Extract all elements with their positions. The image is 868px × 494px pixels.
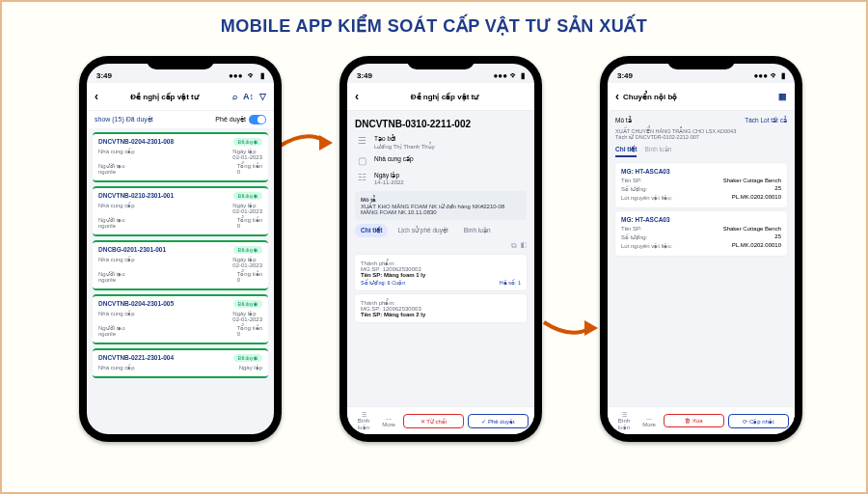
- more-icon[interactable]: ⋯More: [638, 415, 660, 427]
- phone-detail: 3:49 ●●●ᯤ▮ ‹ Đề nghị cấp vật tư DNCVTNB-…: [339, 56, 542, 442]
- status-icons: ●●● ᯤ ▮: [226, 71, 264, 80]
- approve-toggle[interactable]: Phê duyệt: [215, 115, 266, 124]
- creator-row: ☰ Tạo bởiLương Thị Thanh Thủy: [355, 135, 527, 150]
- supplier-icon: ▢: [355, 155, 368, 166]
- phone-list: 3:49 ●●● ᯤ ▮ ‹ Đề nghị cấp vật tư ⌕ A↕ ▽…: [79, 56, 282, 442]
- approve-button[interactable]: ✓ Phê duyệt: [468, 414, 529, 428]
- split-lot-link[interactable]: Tách Lot tất cả: [745, 117, 787, 124]
- show-label[interactable]: show (15) Đã duyệt: [95, 116, 153, 124]
- list-item[interactable]: DNCVTNB-0221-2301-004Đã duyệt Nhà cung c…: [93, 348, 268, 378]
- supplier-row: ▢ Nhà cung cấp: [355, 155, 527, 166]
- phone-transfer: 3:49 ●●●ᯤ▮ ‹ Chuyển nội bộ ▦ Mô tảTách L…: [600, 56, 802, 442]
- screen-title: Chuyển nội bộ: [623, 93, 773, 101]
- date-row: ☷ Ngày lập14-11-2022: [355, 172, 527, 185]
- battery-icon: ▮: [260, 71, 264, 80]
- bottom-bar: ☰Bình luận ⋯More ✕ Từ chối ✓ Phê duyệt: [347, 406, 534, 434]
- tab-history[interactable]: Lịch sử phê duyệt: [392, 224, 453, 237]
- back-icon[interactable]: ‹: [95, 90, 98, 103]
- screen-title: Đề nghị cấp vật tư: [363, 93, 527, 101]
- list-item[interactable]: DNCVTNB-0204-2301-008Đã duyệt Nhà cung c…: [93, 132, 268, 182]
- topbar: ‹ Đề nghị cấp vật tư ⌕ A↕ ▽: [87, 83, 274, 111]
- copy-all-icon[interactable]: ⧉: [511, 241, 517, 250]
- tab-comment[interactable]: Bình luận: [458, 224, 497, 237]
- battery-icon: ▮: [521, 71, 525, 80]
- battery-icon: ▮: [781, 71, 785, 80]
- update-button[interactable]: ⟳ Cập nhật: [728, 414, 789, 428]
- back-icon[interactable]: ‹: [615, 90, 619, 103]
- signal-icon: ●●●: [754, 71, 769, 80]
- tab-comment[interactable]: Bình luận: [644, 146, 671, 157]
- comment-icon[interactable]: ☰Bình luận: [353, 411, 374, 430]
- filter-row: show (15) Đã duyệt Phê duyệt: [87, 111, 274, 128]
- signal-icon: ●●●: [494, 71, 508, 80]
- calendar-icon: ☷: [355, 172, 368, 182]
- description-box: Mô tả XUẤT KHO MÀNG FOAM NK từ đơn hàng …: [355, 191, 527, 220]
- wifi-icon: ᯤ: [248, 71, 256, 80]
- request-code: DNCVTNB-0310-2211-002: [355, 119, 527, 129]
- detail-tabs: Chi tiết Lịch sử phê duyệt Bình luận: [355, 224, 527, 237]
- desc-label: Mô tả: [615, 117, 632, 124]
- back-icon[interactable]: ‹: [355, 90, 359, 103]
- reject-button[interactable]: ✕ Từ chối: [403, 414, 464, 428]
- wifi-icon: ᯤ: [771, 71, 778, 80]
- signal-icon: ●●●: [229, 71, 243, 80]
- delete-button[interactable]: 🗑 Xóa: [664, 414, 724, 427]
- desc-text: XUẤT CHUYỂN HÀNG TRẮNG CHO LSX AD0043Tác…: [615, 128, 787, 140]
- arrow-icon: [277, 133, 335, 152]
- request-list: DNCVTNB-0204-2301-008Đã duyệt Nhà cung c…: [87, 128, 274, 382]
- transfer-card[interactable]: MG: HT-ASCA03 Tên SP:Shaker Cottage Benc…: [615, 163, 787, 207]
- tab-detail[interactable]: Chi tiết: [615, 146, 637, 157]
- product-card[interactable]: Thành phẩm: MG.SP: 120062530002 Tên SP: …: [355, 255, 527, 290]
- list-item[interactable]: DNCVTNB-0204-2301-005Đã duyệt Nhà cung c…: [93, 294, 268, 344]
- transfer-tabs: Chi tiết Bình luận: [615, 146, 787, 157]
- qr-icon[interactable]: ▦: [778, 92, 787, 101]
- screen-title: Đề nghị cấp vật tư: [102, 93, 227, 101]
- arrow-icon: [542, 316, 600, 336]
- topbar: ‹ Chuyển nội bộ ▦: [608, 83, 795, 111]
- list-item[interactable]: DNCBG-0201-2301-001Đã duyệt Nhà cung cấp…: [93, 240, 268, 290]
- person-icon: ☰: [355, 135, 368, 146]
- more-icon[interactable]: ⋯More: [378, 415, 399, 427]
- sort-icon[interactable]: A↕: [243, 92, 254, 101]
- list-item[interactable]: DNCVTNB-0210-2301-001Đã duyệt Nhà cung c…: [93, 186, 268, 236]
- topbar: ‹ Đề nghị cấp vật tư: [347, 83, 534, 111]
- page-title: MOBILE APP KIỂM SOÁT CẤP VẬT TƯ SẢN XUẤT: [2, 15, 866, 37]
- toggle-icon[interactable]: [249, 115, 266, 124]
- filter-icon[interactable]: ▽: [259, 92, 266, 101]
- tab-detail[interactable]: Chi tiết: [355, 224, 388, 237]
- search-icon[interactable]: ⌕: [232, 92, 237, 101]
- wifi-icon: ᯤ: [510, 71, 518, 80]
- transfer-card[interactable]: MG: HT-ASCA03 Tên SP:Shaker Cottage Benc…: [615, 211, 787, 256]
- grid-toggle-icon[interactable]: ◧: [521, 241, 527, 250]
- bottom-bar: ☰Bình luận ⋯More 🗑 Xóa ⟳ Cập nhật: [608, 406, 795, 434]
- comment-icon[interactable]: ☰Bình luận: [613, 411, 635, 430]
- product-card[interactable]: Thành phẩm: MG.SP: 120062530003 Tên SP: …: [355, 294, 527, 322]
